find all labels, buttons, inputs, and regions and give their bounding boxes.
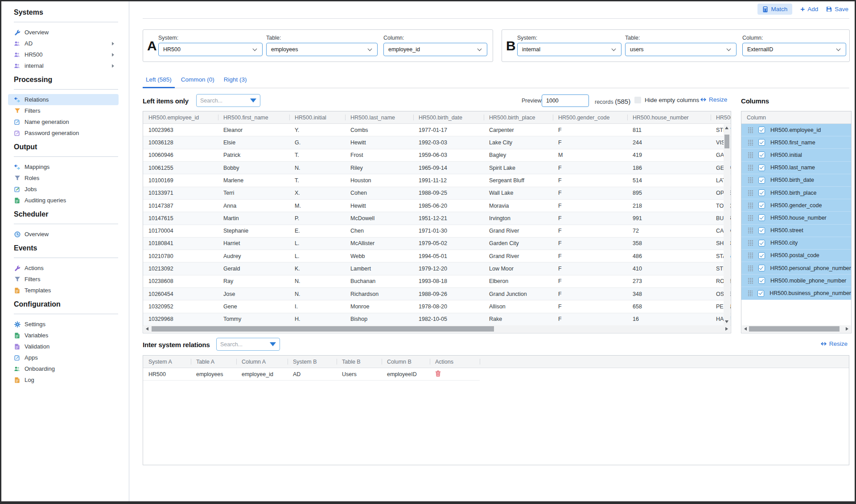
sidebar-item-onboarding[interactable]: Onboarding	[8, 363, 119, 374]
sidebar-item-overview[interactable]: Overview	[8, 27, 119, 38]
sidebar-item-filters[interactable]: Filters	[8, 274, 119, 285]
table-row[interactable]: 10210780AudreyL.Webb1994-05-01Grand Rive…	[143, 250, 731, 262]
column-list-item[interactable]: HR500.first_name	[741, 136, 851, 149]
checkbox-checked[interactable]	[758, 152, 765, 158]
drag-handle-icon[interactable]	[748, 252, 753, 258]
table-row[interactable]: 10180841HarrietL.McAllister1979-05-02Gar…	[143, 238, 731, 250]
sidebar-item-filters[interactable]: Filters	[8, 105, 119, 116]
relation-row[interactable]: HR500employeesemployee_idADUsersemployee…	[143, 368, 480, 381]
filter-icon[interactable]	[270, 342, 276, 346]
horizontal-scrollbar[interactable]	[742, 325, 851, 332]
scroll-right-arrow[interactable]	[846, 327, 848, 331]
sidebar-item-auditing-queries[interactable]: Auditing queries	[8, 195, 119, 206]
a-system-select[interactable]: HR500	[158, 43, 263, 56]
checkbox-checked[interactable]	[758, 265, 765, 271]
drag-handle-icon[interactable]	[748, 240, 753, 246]
checkbox-checked[interactable]	[758, 277, 765, 284]
scrollbar-thumb[interactable]	[724, 135, 729, 148]
table-row[interactable]: 10320952GeneI.Monroe1978-08-20AllisonF65…	[143, 300, 731, 313]
column-list-item[interactable]: HR500.house_number	[741, 212, 851, 224]
scroll-up-arrow[interactable]	[725, 127, 728, 129]
horizontal-scrollbar[interactable]	[144, 325, 730, 332]
checkbox-checked[interactable]	[758, 252, 765, 259]
drag-handle-icon[interactable]	[748, 265, 753, 271]
tab-left-585[interactable]: Left (585)	[143, 73, 175, 88]
drag-handle-icon[interactable]	[748, 202, 753, 209]
scroll-right-arrow[interactable]	[725, 327, 728, 331]
vertical-scrollbar[interactable]	[724, 124, 730, 325]
checkbox-checked[interactable]	[757, 290, 764, 297]
drag-handle-icon[interactable]	[748, 215, 753, 221]
a-column-select[interactable]: employee_id	[383, 43, 487, 56]
sidebar-item-relations[interactable]: Relations	[8, 94, 119, 105]
column-list-item[interactable]: HR500.birth_date	[741, 174, 851, 187]
column-list-item[interactable]: HR500.postal_code	[741, 250, 851, 262]
drag-handle-icon[interactable]	[748, 139, 753, 146]
drag-handle-icon[interactable]	[748, 152, 753, 158]
table-row[interactable]: 10213092GeraldK.Lambert1979-12-20Low Moo…	[143, 262, 731, 275]
checkbox-checked[interactable]	[758, 227, 765, 234]
sidebar-item-internal[interactable]: internal	[8, 60, 119, 71]
a-table-select[interactable]: employees	[266, 43, 378, 56]
table-row[interactable]: 10147387AnnaM.Hewitt1985-06-20MoraviaF21…	[143, 200, 731, 212]
drag-handle-icon[interactable]	[748, 164, 753, 171]
scrollbar-thumb[interactable]	[152, 326, 494, 332]
column-list-item[interactable]: HR500.gender_code	[741, 199, 851, 212]
table-row[interactable]: 10147615MartinP.McDowell1951-12-21Irving…	[143, 212, 731, 225]
checkbox-checked[interactable]	[758, 177, 765, 184]
tab-common-0[interactable]: Common (0)	[178, 73, 218, 88]
drag-handle-icon[interactable]	[748, 290, 753, 296]
table-row[interactable]: 10260454JoseN.Richardson1988-09-26Grand …	[143, 288, 731, 300]
checkbox-checked[interactable]	[758, 127, 765, 133]
filter-icon[interactable]	[250, 98, 256, 102]
drag-handle-icon[interactable]	[748, 227, 753, 234]
checkbox-checked[interactable]	[758, 202, 765, 209]
column-list-item[interactable]: HR500.business_phone_number	[741, 287, 851, 299]
sidebar-item-password-generation[interactable]: Password generation	[8, 127, 119, 139]
sidebar-item-actions[interactable]: Actions	[8, 262, 119, 274]
sidebar-item-mappings[interactable]: Mappings	[8, 161, 119, 172]
b-system-select[interactable]: internal	[517, 43, 621, 56]
sidebar-item-overview[interactable]: Overview	[8, 229, 119, 240]
sidebar-item-validation[interactable]: Validation	[8, 341, 119, 352]
scroll-left-arrow[interactable]	[744, 327, 747, 331]
sidebar-item-jobs[interactable]: Jobs	[8, 184, 119, 195]
drag-handle-icon[interactable]	[748, 190, 753, 196]
tab-right-3[interactable]: Right (3)	[221, 73, 250, 88]
preview-input[interactable]	[542, 94, 589, 107]
table-row[interactable]: 10133971TerriX.Cohen1988-09-25Wall LakeF…	[143, 187, 731, 200]
table-row[interactable]: 10100169MarleneT.Houston1991-11-12Sergea…	[143, 174, 731, 187]
scroll-left-arrow[interactable]	[146, 327, 148, 331]
checkbox-checked[interactable]	[758, 164, 765, 171]
column-list-item[interactable]: HR500.personal_phone_number	[741, 262, 851, 275]
sidebar-item-log[interactable]: Log	[8, 374, 119, 385]
drag-handle-icon[interactable]	[748, 127, 753, 133]
column-list-item[interactable]: HR500.initial	[741, 149, 851, 161]
scroll-down-arrow[interactable]	[725, 320, 728, 323]
table-row[interactable]: 10238608RayN.Buchanan1993-08-18ElberonF2…	[143, 275, 731, 288]
b-table-select[interactable]: users	[625, 43, 737, 56]
column-list-item[interactable]: HR500.city	[741, 237, 851, 250]
table-row[interactable]: 10170004StephanieE.Chen1971-01-30Grand R…	[143, 225, 731, 238]
drag-handle-icon[interactable]	[748, 177, 753, 183]
column-list-item[interactable]: HR500.street	[741, 225, 851, 237]
resize-link[interactable]: Resize	[820, 340, 848, 347]
sidebar-item-roles[interactable]: Roles	[8, 172, 119, 184]
checkbox-checked[interactable]	[758, 139, 765, 146]
b-column-select[interactable]: ExternalID	[742, 43, 846, 56]
table-row[interactable]: 10061255BobbyN.Riley1965-09-14Spirit Lak…	[143, 162, 731, 174]
match-button[interactable]: Match	[757, 4, 792, 15]
sidebar-item-hr500[interactable]: HR500	[8, 49, 119, 60]
sidebar-item-templates[interactable]: Templates	[8, 285, 119, 296]
column-list-item[interactable]: HR500.birth_place	[741, 187, 851, 199]
column-list-item[interactable]: HR500.last_name	[741, 162, 851, 174]
sidebar-item-ad[interactable]: AD	[8, 38, 119, 49]
sidebar-item-name-generation[interactable]: Name generation	[8, 116, 119, 127]
checkbox-checked[interactable]	[758, 214, 765, 221]
table-row[interactable]: 10060946PatrickT.Frost1959-06-03BagleyM4…	[143, 149, 731, 162]
checkbox-checked[interactable]	[758, 189, 765, 196]
save-button[interactable]: Save	[826, 6, 848, 12]
table-row[interactable]: 10023963EleanorY.Combs1977-01-17Carpente…	[143, 124, 731, 136]
table-row[interactable]: 10329968TommyH.Bishop1982-10-05RakeF16HA…	[143, 313, 731, 326]
column-list-item[interactable]: HR500.mobile_phone_number	[741, 275, 851, 287]
